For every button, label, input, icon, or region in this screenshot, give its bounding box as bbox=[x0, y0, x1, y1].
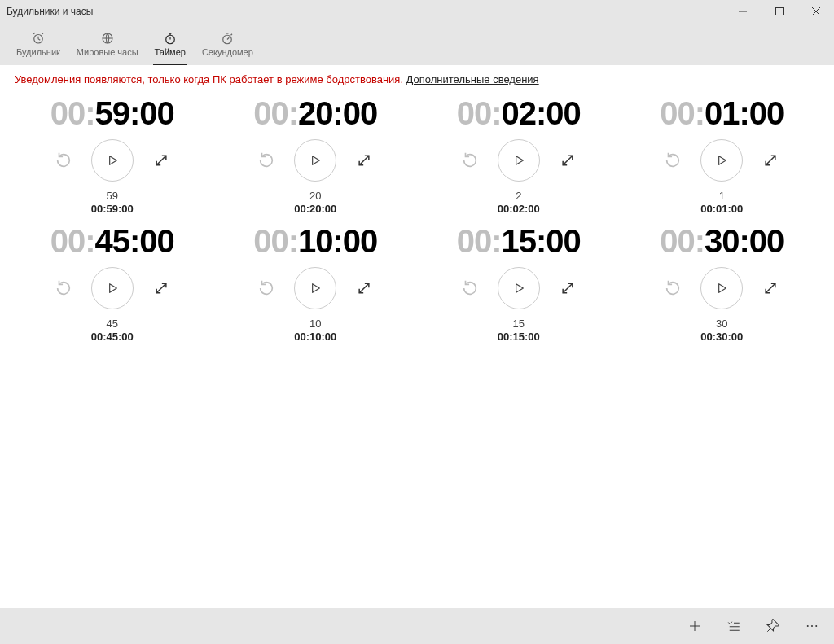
play-button[interactable] bbox=[91, 139, 134, 182]
timer-card[interactable]: 00:20:002000:20:00 bbox=[218, 95, 414, 215]
expand-icon[interactable] bbox=[354, 151, 374, 170]
expand-icon[interactable] bbox=[151, 278, 171, 298]
play-button[interactable] bbox=[294, 267, 336, 309]
stopwatch-icon bbox=[220, 31, 235, 46]
reset-icon[interactable] bbox=[54, 278, 73, 298]
svg-point-41 bbox=[811, 625, 813, 627]
expand-icon[interactable] bbox=[151, 151, 171, 170]
svg-marker-24 bbox=[719, 156, 726, 165]
expand-icon[interactable] bbox=[558, 151, 577, 170]
expand-icon[interactable] bbox=[354, 278, 374, 298]
add-timer-button[interactable] bbox=[678, 611, 712, 641]
window-title: Будильники и часы bbox=[7, 6, 93, 17]
tab-label: Будильник bbox=[16, 47, 60, 57]
reset-icon[interactable] bbox=[663, 151, 683, 170]
banner-text: Уведомления появляются, только когда ПК … bbox=[15, 73, 406, 85]
timer-name: 1 bbox=[719, 190, 725, 202]
tab-stopwatch[interactable]: Секундомер bbox=[194, 23, 261, 65]
tab-label: Мировые часы bbox=[77, 47, 138, 57]
play-button[interactable] bbox=[498, 139, 540, 182]
timer-card[interactable]: 00:30:003000:30:00 bbox=[625, 223, 820, 343]
svg-line-29 bbox=[359, 283, 369, 293]
timer-name: 45 bbox=[107, 318, 118, 330]
tab-label: Секундомер bbox=[202, 47, 253, 57]
svg-line-27 bbox=[156, 283, 166, 293]
timer-name: 59 bbox=[107, 190, 118, 202]
timer-display: 00:02:00 bbox=[457, 97, 581, 129]
globe-icon bbox=[100, 31, 115, 46]
timer-duration: 00:01:00 bbox=[700, 203, 743, 215]
timer-duration: 00:10:00 bbox=[294, 331, 336, 343]
timer-name: 10 bbox=[309, 318, 321, 330]
expand-icon[interactable] bbox=[761, 278, 780, 298]
timer-duration: 00:30:00 bbox=[700, 331, 743, 343]
timer-card[interactable]: 00:59:005900:59:00 bbox=[15, 95, 210, 215]
timer-duration: 00:02:00 bbox=[498, 203, 540, 215]
play-button[interactable] bbox=[294, 139, 336, 182]
svg-line-39 bbox=[767, 629, 770, 632]
svg-line-21 bbox=[359, 156, 369, 165]
alarm-icon bbox=[31, 31, 46, 46]
notification-banner: Уведомления появляются, только когда ПК … bbox=[15, 73, 819, 85]
reset-icon[interactable] bbox=[663, 278, 683, 298]
minimize-button[interactable] bbox=[724, 0, 761, 23]
timer-duration: 00:15:00 bbox=[498, 331, 540, 343]
select-button[interactable] bbox=[717, 611, 751, 641]
timer-name: 20 bbox=[309, 190, 321, 202]
timer-card[interactable]: 00:45:004500:45:00 bbox=[15, 223, 210, 343]
reset-icon[interactable] bbox=[257, 151, 276, 170]
svg-marker-26 bbox=[109, 284, 116, 293]
timer-card[interactable]: 00:01:00100:01:00 bbox=[625, 95, 820, 215]
timer-card[interactable]: 00:02:00200:02:00 bbox=[421, 95, 617, 215]
play-button[interactable] bbox=[498, 267, 540, 309]
timer-display: 00:10:00 bbox=[253, 225, 377, 257]
reset-icon[interactable] bbox=[460, 151, 480, 170]
svg-line-7 bbox=[33, 33, 35, 34]
play-button[interactable] bbox=[91, 267, 134, 309]
svg-marker-32 bbox=[719, 284, 726, 293]
timer-name: 30 bbox=[716, 318, 727, 330]
reset-icon[interactable] bbox=[54, 151, 73, 170]
tab-alarm[interactable]: Будильник bbox=[8, 23, 68, 65]
timer-duration: 00:45:00 bbox=[91, 331, 134, 343]
svg-line-6 bbox=[38, 39, 40, 41]
svg-line-25 bbox=[766, 156, 775, 165]
play-button[interactable] bbox=[700, 267, 743, 309]
timer-display: 00:20:00 bbox=[253, 97, 377, 129]
svg-marker-18 bbox=[109, 156, 116, 165]
svg-rect-1 bbox=[775, 8, 783, 15]
expand-icon[interactable] bbox=[761, 151, 780, 170]
svg-marker-22 bbox=[516, 156, 523, 165]
reset-icon[interactable] bbox=[257, 278, 276, 298]
timer-display: 00:45:00 bbox=[50, 225, 174, 257]
tab-timer[interactable]: Таймер bbox=[147, 23, 194, 65]
reset-icon[interactable] bbox=[460, 278, 480, 298]
timer-display: 00:59:00 bbox=[50, 97, 174, 129]
tab-world-clock[interactable]: Мировые часы bbox=[68, 23, 147, 65]
timer-name: 2 bbox=[516, 190, 521, 202]
more-button[interactable] bbox=[795, 611, 829, 641]
svg-line-33 bbox=[766, 283, 775, 293]
tab-label: Таймер bbox=[155, 47, 186, 57]
expand-icon[interactable] bbox=[558, 278, 577, 298]
svg-marker-28 bbox=[313, 284, 320, 293]
timer-duration: 00:59:00 bbox=[91, 203, 134, 215]
play-button[interactable] bbox=[700, 139, 743, 182]
svg-point-40 bbox=[807, 625, 809, 627]
svg-line-31 bbox=[563, 283, 573, 293]
svg-point-42 bbox=[815, 625, 817, 627]
svg-line-19 bbox=[156, 156, 166, 165]
close-button[interactable] bbox=[797, 0, 834, 23]
svg-marker-20 bbox=[313, 156, 320, 165]
timer-display: 00:15:00 bbox=[457, 225, 581, 257]
timer-icon bbox=[163, 31, 178, 46]
svg-line-8 bbox=[42, 33, 43, 34]
timer-display: 00:30:00 bbox=[660, 225, 784, 257]
maximize-button[interactable] bbox=[761, 0, 797, 23]
timer-card[interactable]: 00:15:001500:15:00 bbox=[421, 223, 617, 343]
timer-card[interactable]: 00:10:001000:10:00 bbox=[218, 223, 414, 343]
svg-line-15 bbox=[227, 37, 229, 39]
timer-display: 00:01:00 bbox=[660, 97, 784, 129]
banner-link[interactable]: Дополнительные сведения bbox=[406, 73, 539, 85]
pin-button[interactable] bbox=[756, 611, 790, 641]
